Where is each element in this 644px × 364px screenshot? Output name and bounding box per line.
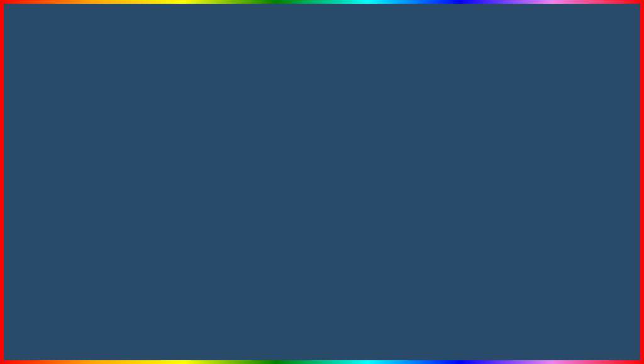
- svg-rect-26: [299, 273, 318, 282]
- toggle-kill-aura-label: § Auto Kill Aura: [456, 190, 494, 196]
- android-checkmark: ✓: [159, 210, 180, 238]
- right-sidebar-dungeon[interactable]: 🏰 Dungeon: [406, 234, 450, 243]
- toggle-setspawn-label: § Auto SetSpawn Point: [86, 142, 144, 148]
- dragon-logo: [43, 139, 76, 171]
- subtitle-script: SCRIPT: [284, 317, 385, 348]
- panel-right-title: Drogon Hub: [411, 126, 447, 133]
- right-sidebar-combat[interactable]: ⚔ Combat: [406, 252, 450, 261]
- free-no-key-box: FREE NO KEY !!: [287, 128, 397, 191]
- s-icon: §: [86, 142, 88, 147]
- toggle-df-low-label: § Get DF Low Bely: [456, 227, 503, 234]
- svg-rect-45: [581, 319, 594, 324]
- title-fruits: FRUITS: [460, 5, 631, 57]
- right-sidebar-race-v4[interactable]: ⊕ Race V4: [406, 242, 450, 252]
- panel-right-sidebar: ⊕ Teleport 🏰 Dungeon ⊕ Race V4 ⚔ Combat …: [406, 184, 451, 282]
- svg-point-39: [425, 202, 427, 204]
- s-icon2: §: [86, 154, 88, 160]
- panel-left-title: Drogon Hub: [45, 126, 81, 133]
- right-sidebar-items: ⊕ Teleport 🏰 Dungeon ⊕ Race V4 ⚔ Combat …: [406, 224, 450, 279]
- svg-point-44: [589, 310, 595, 316]
- panel-right-content: § Auto Kill Aura § Auto Next Island § Au…: [451, 184, 625, 282]
- chip-select-area: Select Chip : Buy Chip Select Start Raid: [406, 136, 625, 184]
- toggle-row-next-island: § Auto Next Island: [453, 199, 622, 212]
- svg-point-33: [56, 151, 58, 154]
- svg-point-43: [580, 310, 586, 316]
- select-chip-label: Select Chip :: [411, 140, 619, 146]
- panel-left-header: Drogon Hub 11/11/2023 - 08:00:31 AM [ ID…: [40, 123, 265, 136]
- s-icon5: §: [456, 190, 458, 195]
- title-blox: BLOX: [31, 5, 162, 57]
- zigzag-flags: ▲▽▲▽▲▽▲▽▲▽▲▽▲▽▲▽▲▽▲▽▲▽▲▽▲▽▲▽▲▽▲▽▲▽▲▽▲▽▲▽…: [70, 58, 574, 65]
- svg-rect-27: [323, 273, 342, 282]
- buy-chip-button[interactable]: Buy Chip Select: [411, 148, 619, 161]
- toggle-row-df-low: § Get DF Low Bely: [453, 224, 622, 237]
- panel-right-time: 11/11/2023 - 08:00:48 AM [ ID ]: [541, 127, 619, 133]
- banner-zigzag: ▲▽▲▽▲▽▲▽▲▽▲▽▲▽▲▽▲▽▲▽▲▽▲▽▲▽▲▽▲▽▲▽▲▽▲▽▲▽▲▽…: [0, 55, 644, 67]
- s-icon8: §: [456, 227, 458, 233]
- svg-point-48: [585, 298, 590, 303]
- svg-rect-24: [302, 238, 318, 276]
- toggle-row-awake: § Auto Awake: [453, 212, 622, 224]
- toggle-df-low[interactable]: [603, 226, 619, 234]
- svg-marker-8: [277, 76, 292, 94]
- right-sidebar-shop[interactable]: 🛒 Shop: [406, 270, 450, 280]
- toggle-awake[interactable]: [603, 213, 619, 222]
- mobile-text-line2: ANDROID: [47, 212, 153, 238]
- bf-logo-svg: BLOX FRUITS: [540, 292, 635, 348]
- toggle-row-farmlevel: § Auto Farm level: [83, 151, 262, 164]
- toggle-farmlevel-label: § Auto Farm level: [86, 154, 130, 161]
- toggle-setspawn[interactable]: [243, 140, 260, 149]
- toggle-gear[interactable]: [243, 219, 260, 227]
- toggle-next-island[interactable]: [603, 201, 619, 209]
- dragon-logo-svg: [47, 142, 72, 168]
- s-icon7: §: [456, 215, 458, 220]
- right-dragon-logo: [412, 189, 445, 222]
- toggle-awake-label: § Auto Awake: [456, 215, 491, 221]
- panel-right-body: ⊕ Teleport 🏰 Dungeon ⊕ Race V4 ⚔ Combat …: [406, 184, 625, 282]
- start-raid-button[interactable]: Start Raid: [411, 164, 619, 177]
- toggle-next-island-label: § Auto Next Island: [456, 202, 502, 208]
- svg-rect-28: [297, 233, 347, 241]
- svg-point-40: [430, 202, 432, 204]
- right-sidebar-devil-fruit[interactable]: 🍎 Devil Fruit: [406, 261, 450, 270]
- toggle-farmlevel[interactable]: [243, 153, 260, 161]
- panel-right-header: Drogon Hub 11/11/2023 - 08:00:48 AM [ ID…: [406, 123, 625, 136]
- mobile-android-label: MOBILE ✓ ANDROID ✓: [47, 183, 180, 238]
- mobile-checkmark: ✓: [142, 183, 163, 210]
- subtitle-update: UPDATE: [114, 317, 226, 348]
- subtitle-pastebin: PASTEBIN: [391, 317, 529, 348]
- svg-text:BLOX FRUITS: BLOX FRUITS: [570, 333, 604, 338]
- toggle-row-setspawn: § Auto SetSpawn Point: [83, 139, 262, 151]
- s-icon6: §: [456, 202, 458, 208]
- panel-right: Drogon Hub 11/11/2023 - 08:00:48 AM [ ID…: [405, 123, 625, 282]
- bf-logo: BLOX FRUITS: [540, 292, 635, 348]
- mobile-text-line1: MOBILE: [47, 185, 135, 210]
- right-dragon-logo-svg: [416, 193, 441, 218]
- info-mirage: Mirage Island: [83, 164, 262, 174]
- toggle-hop[interactable]: [243, 206, 260, 214]
- toggle-kill-aura[interactable]: [603, 188, 619, 196]
- panel-left-time: 11/11/2023 - 08:00:31 AM [ ID ]: [181, 127, 260, 133]
- svg-point-34: [61, 151, 64, 154]
- svg-rect-25: [326, 238, 342, 276]
- right-sidebar-teleport[interactable]: ⊕ Teleport: [406, 224, 450, 234]
- toggle-row-kill-aura: § Auto Kill Aura: [453, 186, 622, 199]
- svg-rect-11: [300, 207, 344, 219]
